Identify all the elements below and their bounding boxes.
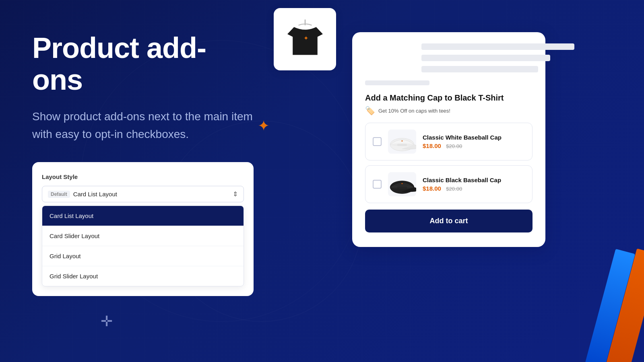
addon-pricing-1: $18.00 $20.00	[423, 185, 525, 192]
layout-style-card: Layout Style Default Card List Layout ⇕ …	[32, 162, 254, 296]
select-value: Card List Layout	[73, 191, 233, 197]
svg-point-4	[390, 143, 414, 146]
addon-info-1: Classic Black Baseball Cap $18.00 $20.00	[423, 177, 525, 192]
skeleton-small-block	[365, 80, 533, 85]
addon-item-1: ✦ Classic Black Baseball Cap $18.00 $20.…	[365, 165, 533, 203]
select-arrow-icon: ⇕	[233, 190, 238, 198]
default-badge: Default	[48, 191, 70, 198]
svg-text:✦: ✦	[303, 35, 308, 41]
addon-pricing-0: $18.00 $20.00	[423, 142, 525, 150]
left-panel: Product add-ons Show product add-ons nex…	[32, 24, 254, 296]
addon-checkbox-0[interactable]	[373, 137, 382, 146]
addon-price-original-1: $20.00	[446, 186, 462, 192]
addon-item-0: ✦ Classic White Baseball Cap $18.00 $20.…	[365, 123, 533, 160]
dropdown-item-card-slider[interactable]: Card Slider Layout	[42, 226, 244, 246]
product-card-preview: Add a Matching Cap to Black T-Shirt 🏷️ G…	[352, 32, 545, 247]
plus-symbol: ✛	[101, 313, 113, 330]
page-description: Show product add-ons next to the main it…	[32, 108, 254, 143]
layout-dropdown-menu: Card List Layout Card Slider Layout Grid…	[42, 206, 244, 286]
addon-price-original-0: $20.00	[446, 143, 462, 149]
skeleton-line-1	[421, 43, 574, 50]
promo-badge: 🏷️ Get 10% Off on caps with tees!	[365, 106, 533, 115]
addon-price-current-1: $18.00	[423, 185, 441, 192]
addon-name-0: Classic White Baseball Cap	[423, 134, 525, 141]
skeleton-line-2	[421, 55, 550, 61]
addon-product-image-1: ✦	[388, 172, 416, 196]
main-container: Product add-ons Show product add-ons nex…	[0, 0, 644, 362]
addon-product-image-0: ✦	[388, 130, 416, 154]
promo-icon: 🏷️	[365, 106, 375, 115]
dropdown-item-grid[interactable]: Grid Layout	[42, 246, 244, 266]
layout-style-label: Layout Style	[42, 173, 244, 180]
sparkle-star: ✦	[258, 119, 270, 133]
addon-price-current-0: $18.00	[423, 142, 441, 149]
dropdown-item-card-list[interactable]: Card List Layout	[42, 206, 244, 226]
addon-section-title: Add a Matching Cap to Black T-Shirt	[365, 93, 533, 103]
black-cap-svg: ✦	[388, 173, 416, 195]
addon-name-1: Classic Black Baseball Cap	[423, 177, 525, 183]
promo-text: Get 10% Off on caps with tees!	[378, 108, 450, 114]
page-title: Product add-ons	[32, 32, 254, 96]
addon-info-0: Classic White Baseball Cap $18.00 $20.00	[423, 134, 525, 150]
skeleton-line-3	[421, 66, 538, 72]
skeleton-line-small	[365, 80, 429, 85]
right-panel: ✦ Add a Matching Cap to Black T-Shirt 🏷️…	[286, 24, 612, 247]
layout-style-select[interactable]: Default Card List Layout ⇕	[42, 186, 244, 202]
white-cap-svg: ✦	[388, 131, 416, 153]
add-to-cart-button[interactable]: Add to cart	[365, 210, 533, 232]
skeleton-lines	[421, 43, 533, 72]
svg-text:✦: ✦	[401, 182, 403, 185]
floating-product-image: ✦	[274, 8, 336, 70]
dropdown-item-grid-slider[interactable]: Grid Slider Layout	[42, 266, 244, 286]
addon-checkbox-1[interactable]	[373, 180, 382, 189]
svg-point-8	[390, 186, 414, 189]
svg-text:✦: ✦	[401, 139, 403, 142]
tshirt-svg: ✦	[283, 17, 327, 62]
